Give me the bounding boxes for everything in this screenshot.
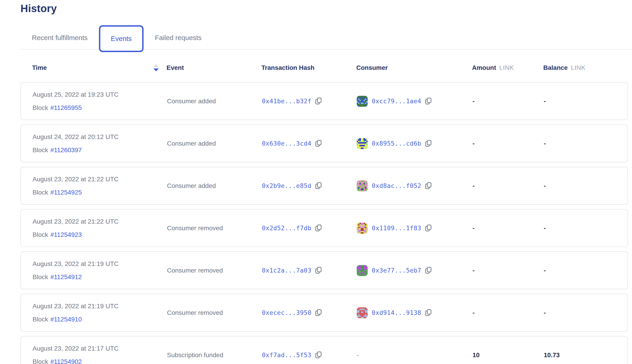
table-row: August 23, 2022 at 21:22 UTC Block #1125… — [20, 209, 628, 247]
consumer-avatar — [357, 223, 368, 234]
row-block: Block #11254925 — [32, 189, 82, 196]
copy-icon[interactable] — [425, 224, 432, 232]
consumer-address-link[interactable]: 0xcc79...1ae4 — [372, 98, 421, 105]
transaction-hash-cell: 0xecec...3950 — [262, 309, 357, 317]
transaction-hash-link[interactable]: 0x2d52...f7db — [262, 224, 312, 232]
row-timestamp: August 24, 2022 at 20:12 UTC — [32, 133, 118, 140]
block-number-link[interactable]: #11254912 — [50, 274, 82, 281]
consumer-avatar — [357, 307, 368, 318]
copy-icon[interactable] — [315, 97, 322, 105]
transaction-hash-cell: 0x2d52...f7db — [262, 224, 357, 232]
sort-descending-icon[interactable] — [153, 64, 159, 72]
time-cell: August 25, 2022 at 19:23 UTC Block #1126… — [32, 91, 167, 112]
consumer-avatar — [357, 138, 368, 149]
column-header-amount: Amount LINK — [472, 64, 543, 72]
transaction-hash-link[interactable]: 0x630e...3cd4 — [262, 140, 312, 147]
row-block: Block #11254902 — [32, 358, 82, 364]
consumer-address-link[interactable]: 0xd8ac...f052 — [372, 182, 421, 189]
copy-icon[interactable] — [315, 267, 322, 274]
copy-icon[interactable] — [425, 97, 432, 105]
copy-icon[interactable] — [315, 140, 322, 148]
time-cell: August 23, 2022 at 21:19 UTC Block #1125… — [32, 302, 167, 323]
row-balance: - — [544, 98, 628, 105]
consumer-address-link[interactable]: 0x1109...1f83 — [372, 224, 421, 232]
copy-icon[interactable] — [425, 267, 432, 274]
row-event: Consumer removed — [167, 224, 262, 232]
transaction-hash-link[interactable]: 0x41be...b32f — [262, 98, 312, 105]
block-number-link[interactable]: #11254902 — [50, 358, 82, 364]
row-balance: 10.73 — [544, 352, 628, 359]
row-block: Block #11260397 — [32, 146, 82, 154]
transaction-hash-link[interactable]: 0xf7ad...5f53 — [262, 352, 312, 358]
consumer-address-link[interactable]: 0xd914...9138 — [372, 309, 421, 316]
consumer-address-link[interactable]: 0x3e77...5eb7 — [372, 267, 421, 274]
column-header-time[interactable]: Time — [32, 64, 166, 72]
row-block: Block #11265955 — [32, 104, 82, 112]
table-row: August 23, 2022 at 21:22 UTC Block #1125… — [20, 167, 628, 205]
transaction-hash-link[interactable]: 0x2b9e...e85d — [262, 182, 312, 189]
consumer-empty: - — [357, 352, 359, 359]
copy-icon[interactable] — [315, 351, 322, 359]
column-header-consumer: Consumer — [356, 64, 472, 72]
block-number-link[interactable]: #11254910 — [50, 316, 82, 323]
copy-icon[interactable] — [315, 309, 322, 317]
consumer-cell: 0x1109...1f83 — [357, 223, 472, 234]
transaction-hash-cell: 0x2b9e...e85d — [262, 182, 357, 190]
consumer-cell: 0xcc79...1ae4 — [357, 96, 472, 107]
column-header-event: Event — [166, 64, 262, 72]
row-event: Consumer added — [167, 98, 262, 105]
copy-icon[interactable] — [315, 182, 322, 190]
transaction-hash-cell: 0x630e...3cd4 — [262, 140, 357, 148]
tab-failed-requests[interactable]: Failed requests — [144, 34, 213, 42]
row-amount: 10 — [472, 352, 544, 359]
row-balance: - — [544, 309, 628, 316]
row-timestamp: August 25, 2022 at 19:23 UTC — [32, 91, 118, 98]
row-amount: - — [472, 267, 544, 274]
consumer-cell: 0xd8ac...f052 — [357, 180, 472, 191]
table-row: August 25, 2022 at 19:23 UTC Block #1126… — [20, 82, 628, 120]
table-row: August 24, 2022 at 20:12 UTC Block #1126… — [20, 124, 628, 162]
table-row: August 23, 2022 at 21:17 UTC Block #1125… — [20, 336, 628, 364]
row-block: Block #11254923 — [32, 231, 82, 238]
tab-recent-fulfillments[interactable]: Recent fulfillments — [20, 34, 99, 42]
block-number-link[interactable]: #11254923 — [50, 231, 82, 238]
block-label: Block — [32, 104, 48, 112]
row-timestamp: August 23, 2022 at 21:17 UTC — [32, 345, 118, 352]
page-title: History — [20, 2, 57, 14]
consumer-cell: - — [357, 352, 472, 359]
row-block: Block #11254910 — [32, 316, 82, 323]
time-cell: August 23, 2022 at 21:19 UTC Block #1125… — [32, 260, 167, 281]
amount-unit-label: LINK — [499, 64, 514, 72]
row-amount: - — [472, 98, 544, 105]
copy-icon[interactable] — [315, 224, 322, 232]
transaction-hash-link[interactable]: 0xecec...3950 — [262, 309, 312, 316]
row-event: Consumer removed — [167, 309, 262, 316]
row-event: Consumer added — [167, 182, 262, 190]
copy-icon[interactable] — [425, 140, 432, 148]
table-row: August 23, 2022 at 21:19 UTC Block #1125… — [20, 294, 628, 332]
block-number-link[interactable]: #11254925 — [50, 189, 82, 196]
row-balance: - — [544, 267, 628, 274]
consumer-cell: 0x8955...cd6b — [357, 138, 472, 149]
copy-icon[interactable] — [425, 309, 432, 317]
events-table-body: August 25, 2022 at 19:23 UTC Block #1126… — [20, 82, 628, 364]
block-number-link[interactable]: #11260397 — [50, 146, 82, 154]
time-cell: August 23, 2022 at 21:17 UTC Block #1125… — [32, 345, 167, 364]
row-timestamp: August 23, 2022 at 21:19 UTC — [32, 302, 118, 310]
block-number-link[interactable]: #11265955 — [50, 104, 82, 112]
row-amount: - — [472, 309, 544, 316]
transaction-hash-link[interactable]: 0x1c2a...7a03 — [262, 267, 312, 274]
row-timestamp: August 23, 2022 at 21:22 UTC — [32, 176, 118, 183]
row-block: Block #11254912 — [32, 274, 82, 281]
consumer-address-link[interactable]: 0x8955...cd6b — [372, 140, 421, 147]
block-label: Block — [32, 189, 48, 196]
balance-unit-label: LINK — [571, 64, 585, 72]
consumer-cell: 0x3e77...5eb7 — [357, 265, 472, 276]
transaction-hash-cell: 0x1c2a...7a03 — [262, 267, 357, 274]
column-header-transaction-hash: Transaction Hash — [262, 64, 356, 72]
consumer-avatar — [357, 96, 368, 107]
copy-icon[interactable] — [425, 182, 432, 190]
tab-events[interactable]: Events — [99, 25, 144, 52]
row-amount: - — [472, 224, 544, 232]
row-amount: - — [472, 182, 544, 190]
